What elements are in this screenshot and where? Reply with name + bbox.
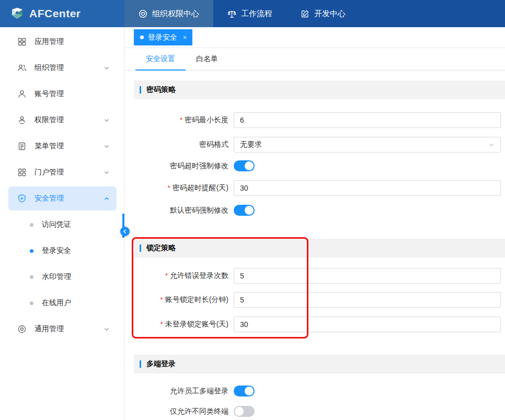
sidebar-subitem-label: 在线用户 [42,298,71,308]
sidebar-item-label: 权限管理 [35,115,103,125]
sidebar-subitem-label: 登录安全 [42,246,71,255]
brand-name: AFCenter [29,7,81,20]
sidebar-item-menu-management[interactable]: 菜单管理 [8,134,117,158]
topnav-item-workflow[interactable]: 工作流程 [213,0,286,27]
form-row: *密码最小长度 [134,112,505,128]
field-label: *密码超时提醒(天) [134,183,234,193]
brand: AFCenter [0,0,124,27]
allow-multi-terminal-login-switch[interactable] [234,386,255,396]
required-marker: * [180,116,182,124]
document-icon [17,142,27,151]
section-title: 多端登录 [146,359,176,369]
sidebar-item-account-management[interactable]: 账号管理 [8,82,117,106]
field-label: 仅允许不同类终端 [134,407,234,416]
form-row: *密码超时提醒(天) [134,180,505,196]
sidebar-item-portal-management[interactable]: 门户管理 [8,160,117,184]
no-login-lock-account-days-input[interactable] [234,317,501,332]
field-label: *允许错误登录次数 [134,271,234,281]
chevron-down-icon [488,142,495,148]
tab-whitelist[interactable]: 白名单 [186,48,228,70]
sidebar-item-label: 组织管理 [35,63,103,73]
people-icon [17,63,27,73]
field-label: 密码超时强制修改 [134,161,234,171]
topnav-label: 开发中心 [314,9,346,19]
field-label: 允许员工多端登录 [134,387,234,396]
chevron-down-icon [103,64,110,72]
password-min-length-input[interactable] [234,112,501,128]
sidebar-item-general-management[interactable]: 通用管理 [8,317,117,341]
topnav-item-dev-center[interactable]: 开发中心 [286,0,360,27]
section-accent-bar [140,360,141,368]
switch-knob [245,161,254,170]
form-row: 仅允许不同类终端 [134,406,505,417]
close-icon[interactable]: × [183,34,187,41]
heart-circle-icon [139,9,147,18]
sidebar-item-label: 账号管理 [35,89,110,99]
required-marker: * [168,184,170,192]
sidebar-subitem-watermark-management[interactable]: 水印管理 [8,265,117,289]
sidebar-subitem-label: 水印管理 [42,272,71,282]
only-different-terminal-types-switch[interactable] [234,406,255,417]
chevron-down-icon [103,169,110,176]
required-marker: * [165,272,168,279]
open-tabs-bar: 登录安全 × [124,27,505,48]
person-badge-icon [17,115,27,125]
password-format-select[interactable]: 无要求 [234,137,501,153]
topnav-item-org-permission-center[interactable]: 组织权限中心 [124,0,213,27]
sidebar-item-permission-management[interactable]: 权限管理 [8,108,117,132]
edit-square-icon [301,9,309,18]
form-row: *账号锁定时长(分钟) [134,292,505,308]
tab-label: 白名单 [196,54,218,64]
required-marker: * [160,320,163,328]
sidebar-item-label: 菜单管理 [35,142,103,151]
sidebar-item-label: 通用管理 [35,324,103,334]
sidebar-collapse-button[interactable] [120,227,130,236]
dashboard-grid-icon [17,168,27,177]
default-password-force-change-switch[interactable] [234,205,255,216]
shield-plus-icon [17,194,27,203]
section-header-lock-policy: 锁定策略 [134,239,505,258]
grid-icon [17,37,27,46]
field-label: *账号锁定时长(分钟) [134,295,234,305]
switch-knob [245,206,254,215]
content-area: 登录安全 × 安全设置 白名单 密码策略 *密码最小长度 密码格 [124,27,505,420]
password-timeout-force-change-switch[interactable] [234,160,255,171]
chevron-up-icon [103,195,110,202]
sidebar-item-label: 应用管理 [35,37,110,46]
sidebar-subitem-login-security[interactable]: 登录安全 [8,239,117,263]
topnav-label: 组织权限中心 [152,9,199,19]
field-label: 默认密码强制修改 [134,206,234,215]
account-lock-duration-minutes-input[interactable] [234,292,501,308]
person-icon [17,89,27,99]
open-tab-label: 登录安全 [148,33,177,42]
open-tab-login-security[interactable]: 登录安全 × [134,29,192,45]
top-bar: AFCenter 组织权限中心 工作流程 [0,0,505,27]
afcenter-logo-icon [10,7,24,20]
tab-label: 安全设置 [146,54,175,64]
allowed-wrong-login-attempts-input[interactable] [234,268,501,284]
sidebar-item-label: 安全管理 [35,194,103,203]
chevron-down-icon [103,325,110,333]
sidebar-item-app-management[interactable]: 应用管理 [8,30,117,54]
active-dot-icon [140,36,144,39]
section-header-multi-device-login: 多端登录 [134,355,505,374]
form-row: 默认密码强制修改 [134,205,505,216]
sidebar-item-org-management[interactable]: 组织管理 [8,56,117,80]
sidebar-item-security-management[interactable]: 安全管理 [8,186,117,211]
select-value: 无要求 [240,140,262,149]
form-row: 密码超时强制修改 [134,160,505,171]
field-label: *密码最小长度 [134,115,234,125]
sidebar-subitem-access-credentials[interactable]: 访问凭证 [8,213,117,237]
field-label: 密码格式 [134,140,234,149]
chevron-left-icon [122,229,128,234]
sidebar-subitem-online-users[interactable]: 在线用户 [8,291,117,315]
tab-security-settings[interactable]: 安全设置 [135,48,186,70]
form-row: *未登录锁定账号(天) [134,317,505,332]
security-settings-form: 密码策略 *密码最小长度 密码格式 无要求 密码超时强制修 [124,80,505,417]
password-timeout-remind-days-input[interactable] [234,180,501,196]
chevron-down-icon [103,143,110,150]
section-title: 密码策略 [146,85,176,95]
form-row: 密码格式 无要求 [134,137,505,153]
sidebar: 应用管理 组织管理 账号管理 [0,27,124,420]
bullet-icon [30,223,33,227]
